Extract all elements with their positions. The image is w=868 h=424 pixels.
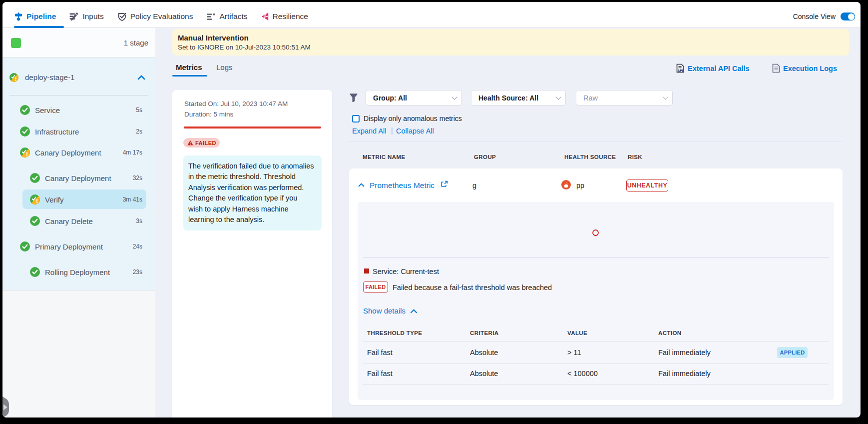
svg-text:API: API (678, 69, 683, 72)
